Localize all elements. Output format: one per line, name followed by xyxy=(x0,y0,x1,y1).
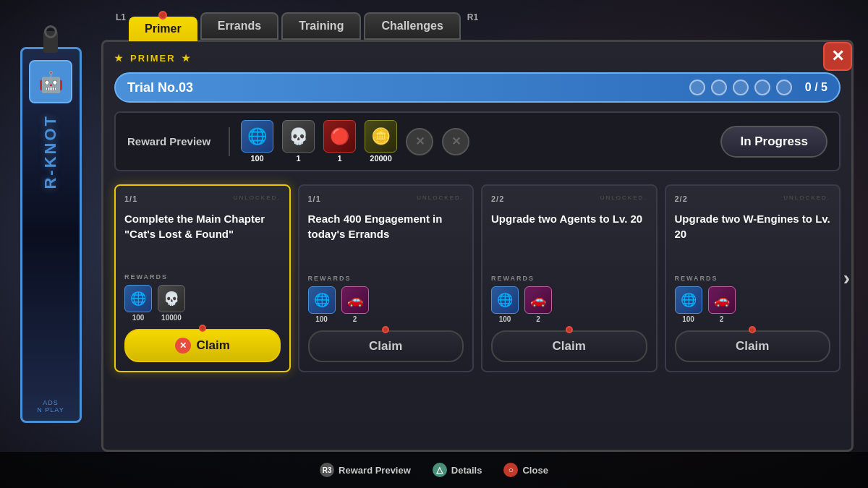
task-1-unlocked: UNLOCKED. xyxy=(234,194,281,201)
task-4-claim-label: Claim xyxy=(736,339,769,354)
tab-primer[interactable]: Primer xyxy=(129,17,197,41)
task-3-reward-car: 2 xyxy=(524,286,552,323)
task-card-4: 2/2 UNLOCKED. Upgrade two W-Engines to L… xyxy=(665,184,841,372)
r3-action-label: Reward Preview xyxy=(339,465,411,476)
tab-errands[interactable]: Errands xyxy=(200,12,278,40)
task-3-description: Upgrade two Agents to Lv. 20 xyxy=(491,211,647,266)
task-3-claim-label: Claim xyxy=(553,339,586,354)
task-4-rewards: REWARDS 100 2 Claim xyxy=(675,275,831,362)
panel-header: ★ PRIMER ★ xyxy=(114,53,841,64)
task-1-icon-coins xyxy=(158,285,185,312)
task-3-reward-icons: 100 2 xyxy=(491,286,647,323)
primer-notch xyxy=(158,11,167,20)
sidebar-hook xyxy=(43,31,58,53)
reward-items: 100 1 1 20000 ✕ ✕ xyxy=(241,120,710,163)
task-2-reward-icons: 100 2 xyxy=(308,286,464,323)
bottom-r3-btn[interactable]: R3 Reward Preview xyxy=(320,463,411,477)
task-2-claim-label: Claim xyxy=(369,339,402,354)
star-left-icon: ★ xyxy=(114,53,124,64)
reward-count-red: 1 xyxy=(338,154,342,163)
task-4-claim-button[interactable]: Claim xyxy=(675,330,831,362)
task-1-icon-globe xyxy=(124,285,152,312)
reward-count-coins: 20000 xyxy=(370,154,392,163)
task-1-claim-button[interactable]: ✕ Claim xyxy=(124,329,281,362)
task-2-rewards: REWARDS 100 2 Claim xyxy=(308,275,464,362)
sidebar-bottom-text: ADSN PLAY xyxy=(37,399,64,414)
task-1-reward-globe: 100 xyxy=(124,285,152,322)
reward-preview-label: Reward Preview xyxy=(127,135,210,147)
reward-icon-skull xyxy=(282,120,315,153)
close-button[interactable]: ✕ xyxy=(823,42,852,71)
task-3-reward-globe: 100 xyxy=(491,286,519,323)
task-3-count-globe: 100 xyxy=(499,315,511,323)
task-2-count-globe: 100 xyxy=(315,315,328,323)
trial-count: 0 / 5 xyxy=(805,81,827,94)
task-1-description: Complete the Main Chapter "Cat's Lost & … xyxy=(124,211,281,265)
task-2-unlocked: UNLOCKED. xyxy=(417,194,464,201)
panel-title: PRIMER xyxy=(130,53,176,64)
reward-preview: Reward Preview 100 1 1 20000 xyxy=(114,111,841,171)
tab-training[interactable]: Training xyxy=(281,12,361,40)
task-4-rewards-label: REWARDS xyxy=(675,275,831,282)
star-right-icon: ★ xyxy=(182,53,192,64)
next-arrow[interactable]: › xyxy=(843,267,850,290)
task-4-icon-car xyxy=(708,286,736,314)
in-progress-status: In Progress xyxy=(720,126,827,158)
triangle-action-label: Details xyxy=(451,465,482,476)
task-card-2: 1/1 UNLOCKED. Reach 400 Engagement in to… xyxy=(298,184,475,372)
reward-count-globe: 100 xyxy=(250,154,263,163)
task-2-description: Reach 400 Engagement in today's Errands xyxy=(308,211,464,266)
task-1-rewards: REWARDS 100 10000 ✕ Claim xyxy=(124,273,281,362)
trial-dot-5 xyxy=(776,80,792,95)
reward-item-globe: 100 xyxy=(241,120,273,163)
bottom-bar: R3 Reward Preview △ Details ○ Close xyxy=(0,452,868,488)
sidebar-card: 🤖 R-KNOT ADSN PLAY xyxy=(20,47,82,423)
task-1-reward-icons: 100 10000 xyxy=(124,285,281,322)
triangle-icon: △ xyxy=(433,463,447,477)
task-card-1: 1/1 UNLOCKED. Complete the Main Chapter … xyxy=(114,184,291,372)
circle-icon: ○ xyxy=(503,463,518,477)
task-2-progress: 1/1 xyxy=(308,194,321,203)
r1-label: R1 xyxy=(467,12,478,22)
l1-label: L1 xyxy=(116,12,126,22)
trial-dots: 0 / 5 xyxy=(689,80,827,95)
task-3-icon-globe xyxy=(491,286,519,314)
task-2-count-car: 2 xyxy=(353,315,357,323)
task-4-reward-icons: 100 2 xyxy=(675,286,831,323)
task-4-notch xyxy=(749,326,756,333)
bottom-circle-btn[interactable]: ○ Close xyxy=(503,463,548,477)
task-2-reward-car: 2 xyxy=(341,286,369,323)
task-1-notch xyxy=(199,325,206,332)
task-4-unlocked: UNLOCKED. xyxy=(783,194,830,201)
task-2-icon-car xyxy=(341,286,369,314)
reward-item-red: 1 xyxy=(323,120,356,163)
task-4-reward-globe: 100 xyxy=(675,286,702,323)
sidebar-robot-icon: 🤖 xyxy=(29,60,72,103)
task-2-icon-globe xyxy=(308,286,336,314)
reward-icon-globe xyxy=(241,120,273,153)
reward-icon-coins xyxy=(365,120,397,153)
task-3-notch xyxy=(566,326,573,333)
sidebar-title: R-KNOT xyxy=(41,114,60,189)
reward-item-coins: 20000 xyxy=(365,120,397,163)
task-3-rewards-label: REWARDS xyxy=(491,275,647,282)
reward-divider xyxy=(229,127,230,156)
reward-icon-red xyxy=(323,120,356,153)
task-1-rewards-label: REWARDS xyxy=(124,273,281,281)
task-3-count-car: 2 xyxy=(536,315,540,323)
reward-item-skull: 1 xyxy=(282,120,315,163)
tab-challenges[interactable]: Challenges xyxy=(364,12,460,40)
task-4-count-car: 2 xyxy=(720,315,724,323)
trial-dot-3 xyxy=(733,80,749,95)
bottom-triangle-btn[interactable]: △ Details xyxy=(433,463,482,477)
task-2-claim-button[interactable]: Claim xyxy=(308,330,464,362)
task-2-notch xyxy=(382,326,389,333)
task-1-progress: 1/1 xyxy=(124,194,137,203)
task-3-progress: 2/2 xyxy=(491,194,504,203)
task-2-reward-globe: 100 xyxy=(308,286,336,323)
task-4-description: Upgrade two W-Engines to Lv. 20 xyxy=(675,211,831,266)
task-3-claim-button[interactable]: Claim xyxy=(491,330,647,362)
task-2-rewards-label: REWARDS xyxy=(308,275,464,282)
task-3-rewards: REWARDS 100 2 Claim xyxy=(491,275,647,362)
reward-x-1: ✕ xyxy=(406,128,433,155)
